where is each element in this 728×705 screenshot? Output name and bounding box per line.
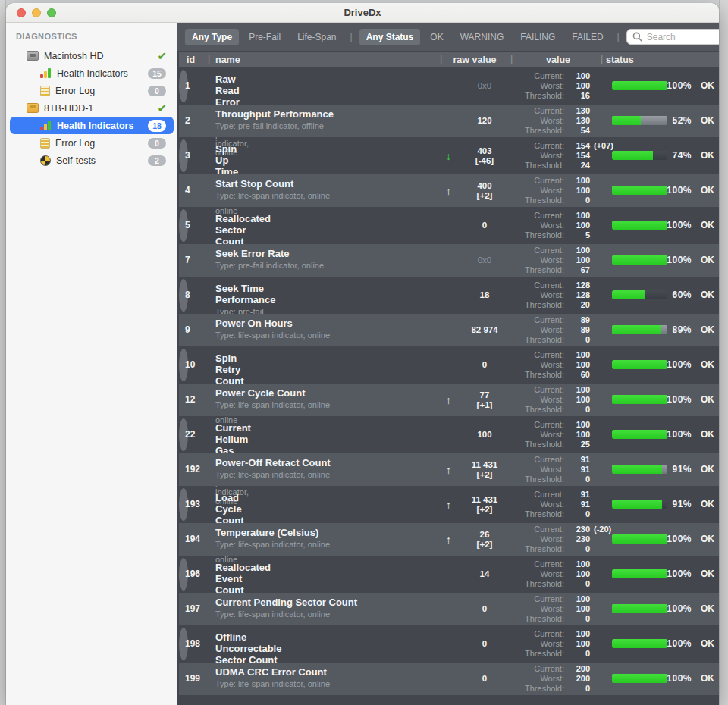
health-percent: 100%	[640, 185, 692, 196]
filter-any-status[interactable]: Any Status	[359, 29, 421, 45]
worst-value: 91	[564, 500, 590, 509]
toolbar-separator: |	[613, 32, 623, 42]
sidebar-item-error-log-1[interactable]: Error Log 0	[6, 82, 177, 99]
worst-label: Worst:	[513, 604, 564, 614]
status-label: OK	[701, 115, 714, 126]
threshold-value: 54	[564, 126, 590, 136]
raw-value: 100	[458, 430, 511, 440]
raw-value: 11 431	[458, 495, 511, 505]
filter-failing[interactable]: FAILING	[513, 29, 562, 45]
current-value: 91	[564, 490, 590, 500]
health-percent: 100%	[640, 255, 692, 265]
table-row[interactable]: 196 Reallocated Event Count Type: life-s…	[179, 558, 188, 591]
threshold-value: 60	[564, 370, 590, 380]
table-row[interactable]: 9 Power On Hours Type: life-span indicat…	[179, 314, 719, 346]
filter-failed[interactable]: FAILED	[565, 29, 610, 45]
attribute-id: 7	[185, 244, 211, 277]
threshold-label: Threshold:	[513, 370, 564, 380]
attribute-name: Throughput Performance	[215, 108, 334, 120]
sidebar-item-error-log-2[interactable]: Error Log 0	[6, 134, 177, 152]
worst-label: Worst:	[513, 151, 564, 161]
table-row[interactable]: 8 Seek Time Performance Type: pre-fail i…	[179, 279, 188, 312]
filter-pre-fail[interactable]: Pre-Fail	[242, 29, 287, 45]
filter-any-type[interactable]: Any Type	[185, 29, 239, 45]
table-row[interactable]: 4 Start Stop Count Type: life-span indic…	[179, 174, 719, 207]
worst-value: 100	[564, 360, 590, 370]
table-row[interactable]: 2 Throughput Performance Type: pre-fail …	[179, 105, 719, 137]
threshold-label: Threshold:	[513, 475, 564, 484]
attribute-type: Type: life-span indicator, online	[215, 679, 330, 688]
health-percent: 100%	[640, 359, 692, 370]
attribute-id: 196	[185, 558, 211, 591]
health-percent: 91%	[640, 499, 692, 509]
sidebar-item-health-indicators-2[interactable]: Health Indicators 18	[10, 117, 174, 134]
table-row[interactable]: 22 Current Helium Gas Level Type: pre-fa…	[179, 418, 188, 451]
health-percent: 52%	[640, 115, 692, 126]
sidebar-item-8tb-hdd-1[interactable]: 8TB-HDD-1 ✔	[6, 99, 177, 117]
health-percent: 100%	[640, 673, 692, 684]
table-row[interactable]: 197 Current Pending Sector Count Type: l…	[179, 593, 719, 625]
column-header-raw-value[interactable]: raw value	[448, 55, 501, 65]
column-header-id[interactable]: id	[187, 55, 195, 65]
raw-value: 0x0	[458, 81, 511, 91]
health-bars-icon	[40, 121, 52, 130]
threshold-value: 0	[564, 579, 590, 589]
threshold-label: Threshold:	[513, 335, 564, 345]
filter-life-span[interactable]: Life-Span	[290, 29, 343, 45]
filter-warning[interactable]: WARNING	[453, 29, 511, 45]
current-value: 100	[564, 176, 590, 186]
health-percent: 89%	[640, 324, 692, 335]
status-label: OK	[701, 150, 714, 161]
raw-value: 0	[458, 604, 511, 614]
threshold-label: Threshold:	[513, 440, 564, 450]
status-label: OK	[701, 394, 714, 405]
count-badge: 2	[148, 155, 166, 166]
threshold-label: Threshold:	[513, 509, 564, 519]
raw-value: 0	[458, 674, 511, 684]
worst-label: Worst:	[513, 325, 564, 335]
sidebar-item-macintosh-hd[interactable]: Macintosh HD ✔	[6, 47, 177, 64]
table-row[interactable]: 193 Load Cycle Count Type: life-span ind…	[179, 488, 188, 521]
table-row[interactable]: 199 UDMA CRC Error Count Type: life-span…	[179, 663, 719, 695]
current-label: Current:	[513, 490, 564, 500]
attribute-name: Current Pending Sector Count	[215, 597, 357, 608]
drivedx-window: DriveDx DIAGNOSTICS Macintosh HD ✔ Healt…	[6, 3, 719, 705]
table-row[interactable]: 194 Temperature (Celsius) Type: life-spa…	[179, 523, 719, 556]
health-percent: 91%	[640, 464, 692, 475]
table-row[interactable]: 7 Seek Error Rate Type: pre-fail indicat…	[179, 244, 719, 277]
raw-value: 400	[458, 181, 511, 191]
threshold-value: 20	[564, 300, 590, 310]
table-row[interactable]: 192 Power-Off Retract Count Type: life-s…	[179, 453, 719, 486]
worst-label: Worst:	[513, 360, 564, 370]
table-row[interactable]: 5 Reallocated Sector Count Type: pre-fai…	[179, 209, 188, 242]
raw-value: 14	[458, 569, 511, 579]
main-panel: Any Type Pre-Fail Life-Span | Any Status…	[177, 23, 719, 705]
raw-value-delta: [+2]	[458, 470, 511, 480]
worst-value: 230	[564, 534, 590, 544]
attribute-name: Spin Retry Count	[215, 352, 249, 387]
status-label: OK	[701, 359, 714, 370]
column-header-status[interactable]: status	[606, 55, 634, 65]
desktop-background-left	[0, 0, 6, 705]
attribute-id: 194	[185, 523, 211, 556]
sidebar-item-self-tests[interactable]: Self-tests 2	[6, 152, 177, 169]
table-row[interactable]: 10 Spin Retry Count Type: pre-fail indic…	[179, 349, 188, 381]
raw-value: 77	[458, 390, 511, 400]
current-label: Current:	[513, 280, 564, 290]
status-label: OK	[701, 603, 714, 614]
filter-ok[interactable]: OK	[423, 29, 450, 45]
column-header-name[interactable]: name	[215, 55, 240, 65]
table-row[interactable]: 198 Offline Uncorrectable Sector Count T…	[179, 628, 188, 660]
attribute-id: 198	[185, 628, 211, 660]
attribute-id: 193	[185, 488, 211, 521]
trend-arrow-icon: ↓	[446, 139, 451, 172]
sidebar-item-health-indicators-1[interactable]: Health Indicators 15	[6, 64, 177, 82]
attribute-id: 22	[185, 418, 211, 451]
attribute-name: Spin Up Time	[215, 143, 249, 177]
desktop-background-right	[719, 0, 728, 705]
table-row[interactable]: 1 Raw Read Error Rate Type: pre-fail ind…	[179, 70, 188, 102]
table-row[interactable]: 12 Power Cycle Count Type: life-span ind…	[179, 384, 719, 416]
attribute-type: Type: life-span indicator, online	[215, 331, 330, 340]
column-header-value[interactable]: value	[524, 55, 592, 65]
table-row[interactable]: 3 Spin Up Time Type: pre-fail indicator,…	[179, 139, 188, 172]
